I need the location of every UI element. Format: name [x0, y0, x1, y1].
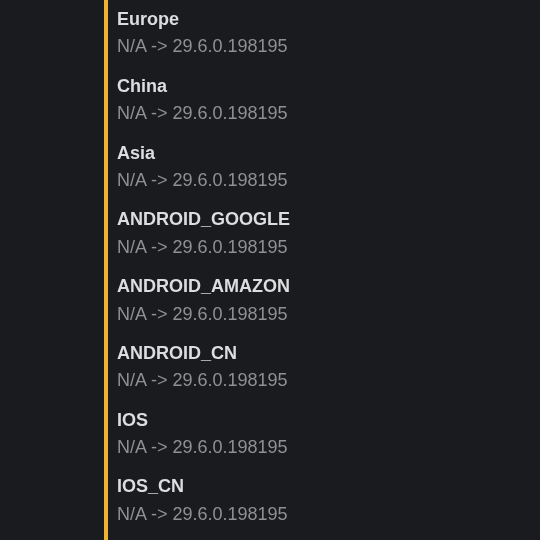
region-label: China: [117, 75, 537, 98]
version-value: N/A -> 29.6.0.198195: [117, 436, 537, 459]
version-value: N/A -> 29.6.0.198195: [117, 102, 537, 125]
region-label: ANDROID_GOOGLE: [117, 208, 537, 231]
version-list: Europe N/A -> 29.6.0.198195 China N/A ->…: [117, 8, 537, 540]
list-item: China N/A -> 29.6.0.198195: [117, 75, 537, 126]
region-label: Asia: [117, 142, 537, 165]
version-value: N/A -> 29.6.0.198195: [117, 303, 537, 326]
version-value: N/A -> 29.6.0.198195: [117, 369, 537, 392]
list-item: ANDROID_AMAZON N/A -> 29.6.0.198195: [117, 275, 537, 326]
region-label: IOS: [117, 409, 537, 432]
list-item: Europe N/A -> 29.6.0.198195: [117, 8, 537, 59]
list-item: IOS N/A -> 29.6.0.198195: [117, 409, 537, 460]
region-label: Europe: [117, 8, 537, 31]
region-label: ANDROID_CN: [117, 342, 537, 365]
version-value: N/A -> 29.6.0.198195: [117, 35, 537, 58]
region-label: IOS_CN: [117, 475, 537, 498]
version-value: N/A -> 29.6.0.198195: [117, 236, 537, 259]
version-value: N/A -> 29.6.0.198195: [117, 503, 537, 526]
version-value: N/A -> 29.6.0.198195: [117, 169, 537, 192]
list-item: ANDROID_CN N/A -> 29.6.0.198195: [117, 342, 537, 393]
region-label: ANDROID_AMAZON: [117, 275, 537, 298]
message-block: Europe N/A -> 29.6.0.198195 China N/A ->…: [104, 0, 540, 540]
list-item: ANDROID_GOOGLE N/A -> 29.6.0.198195: [117, 208, 537, 259]
accent-bar: [104, 0, 108, 540]
list-item: Asia N/A -> 29.6.0.198195: [117, 142, 537, 193]
list-item: IOS_CN N/A -> 29.6.0.198195: [117, 475, 537, 526]
